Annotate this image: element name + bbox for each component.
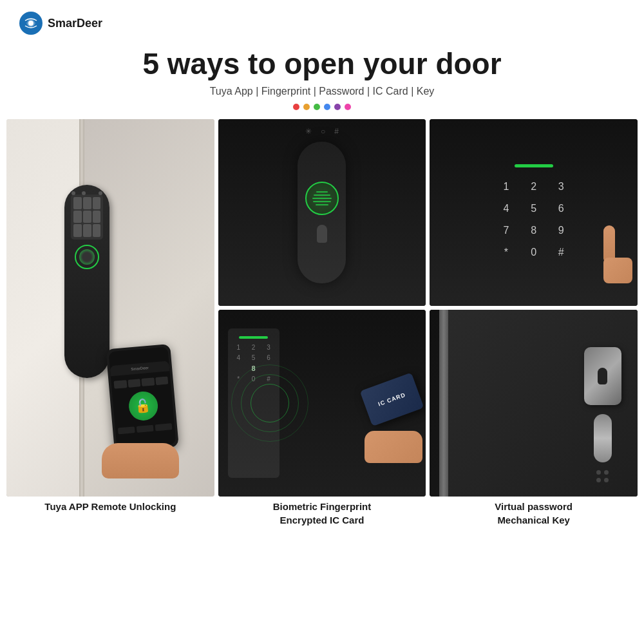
key-1: 1 (495, 178, 518, 195)
key-3: 3 (550, 178, 573, 195)
logo-area: SmarDeer (19, 12, 102, 35)
caption-pw: Virtual password (430, 500, 638, 513)
image-fingerprint: ✳ ○ # (218, 119, 426, 306)
device-top-dots (71, 191, 102, 195)
kd7 (73, 224, 82, 236)
lock-keypad (71, 194, 103, 240)
phone-screen: SmarDeer 🔓 (109, 346, 176, 449)
caption-ic-label: Encrypted IC Card (218, 514, 426, 527)
fp-hash-icon: # (334, 127, 339, 136)
dot-6 (345, 104, 351, 110)
hand-holding-phone (102, 443, 179, 478)
hand-holding-card (365, 431, 422, 463)
fp-circle-icon: ○ (321, 127, 325, 136)
dot-1 (293, 104, 299, 110)
dot-4 (324, 104, 330, 110)
ic-card-label: IC CARD (377, 391, 406, 407)
ickey-6: 6 (263, 354, 274, 361)
dot-3 (314, 104, 320, 110)
numpad-grid: 1 2 3 4 5 6 7 8 9 * 0 # (495, 178, 573, 261)
hand-palm (603, 258, 632, 283)
fp-device-body (298, 142, 346, 283)
mechanical-key-image (430, 310, 638, 497)
caption-tuya: Tuya APP Remote Unlocking (6, 500, 214, 513)
ickey-blank1 (232, 365, 244, 372)
key-hash: # (550, 244, 573, 261)
key-door-frame (439, 310, 448, 497)
ickey-5: 5 (247, 354, 259, 361)
main-title: 5 ways to open your door (13, 48, 631, 80)
key-6: 6 (550, 200, 573, 217)
ic-card-prop: IC CARD (360, 372, 424, 426)
ickey-2: 2 (247, 344, 259, 351)
green-indicator (515, 164, 553, 167)
lock-fingerprint-ring (75, 245, 99, 269)
header: SmarDeer (0, 0, 644, 41)
kd3 (93, 197, 101, 209)
finger-pointing (603, 225, 632, 283)
phone-header: SmarDeer (110, 361, 170, 376)
tuya-image: SmarDeer 🔓 (6, 119, 214, 497)
caption-mech-label: Mechanical Key (430, 514, 638, 527)
images-grid: SmarDeer 🔓 (0, 119, 644, 497)
fingerprint-image: ✳ ○ # (218, 119, 426, 306)
dot-5 (334, 104, 341, 110)
fp-ridge-2 (314, 194, 330, 196)
fp-star-icon: ✳ (305, 127, 312, 136)
ickey-3: 3 (263, 344, 274, 351)
page-wrapper: SmarDeer 5 ways to open your door Tuya A… (0, 0, 644, 644)
fp-scanner-ring (305, 182, 339, 215)
vd1 (596, 470, 601, 475)
kd4 (73, 211, 82, 223)
image-tuya-app: SmarDeer 🔓 (6, 119, 214, 497)
fp-ridge-3 (312, 198, 332, 199)
key-5: 5 (522, 200, 545, 217)
caption-pw-label: Virtual password (430, 500, 638, 513)
vd4 (604, 478, 609, 482)
phone-menu-icons (111, 375, 171, 390)
fp-ridge-5 (316, 204, 328, 205)
vd2 (604, 470, 609, 475)
title-section: 5 ways to open your door Tuya App | Fing… (0, 41, 644, 119)
key-handle-bar (594, 414, 612, 462)
captions-row: Tuya APP Remote Unlocking Biometric Fing… (0, 497, 644, 513)
ickey-1: 1 (232, 344, 244, 351)
pbg1 (118, 426, 135, 434)
color-dots (13, 104, 631, 110)
caption-mech-cell: Mechanical Key (430, 514, 638, 527)
pw-bg: 1 2 3 4 5 6 7 8 9 * 0 # (430, 119, 638, 306)
finger-shape (603, 225, 615, 261)
fp-status-row: ✳ ○ # (305, 127, 339, 136)
ickey-4: 4 (232, 354, 244, 361)
logo-icon (19, 12, 43, 35)
lock-device (64, 185, 109, 378)
phone-icon-3 (142, 377, 155, 386)
phone-app-label: SmarDeer (131, 366, 149, 371)
dot-a (71, 191, 75, 195)
dot-c (99, 191, 102, 195)
phone-icon-2 (128, 379, 140, 388)
caption-fp-label: Biometric Fingerprint (218, 500, 426, 513)
phone: SmarDeer 🔓 (106, 344, 180, 452)
nfc-ring-inner (251, 384, 289, 422)
ic-green-bar (239, 336, 268, 339)
ic-card-image: 1 2 3 4 5 6 8 * 0 # (218, 310, 426, 497)
dot-b (82, 191, 86, 195)
caption-ic-cell: Encrypted IC Card (218, 514, 426, 527)
phone-bottom-grid (115, 422, 175, 436)
phone-icon-4 (155, 376, 168, 385)
kd9 (93, 224, 101, 236)
key-7: 7 (495, 222, 518, 239)
kd8 (83, 224, 91, 236)
fp-ridge-1 (316, 191, 328, 193)
key-8: 8 (522, 222, 545, 239)
vent-dots (596, 470, 609, 482)
pbg2 (137, 424, 154, 432)
caption-fp: Biometric Fingerprint (218, 500, 426, 513)
image-ic-card: 1 2 3 4 5 6 8 * 0 # (218, 310, 426, 497)
phone-unlock-button[interactable]: 🔓 (128, 390, 159, 422)
fp-keyhole (317, 225, 327, 243)
bottom-captions-row: Encrypted IC Card Mechanical Key (0, 513, 644, 532)
kd1 (73, 197, 82, 209)
pbg3 (155, 423, 173, 431)
